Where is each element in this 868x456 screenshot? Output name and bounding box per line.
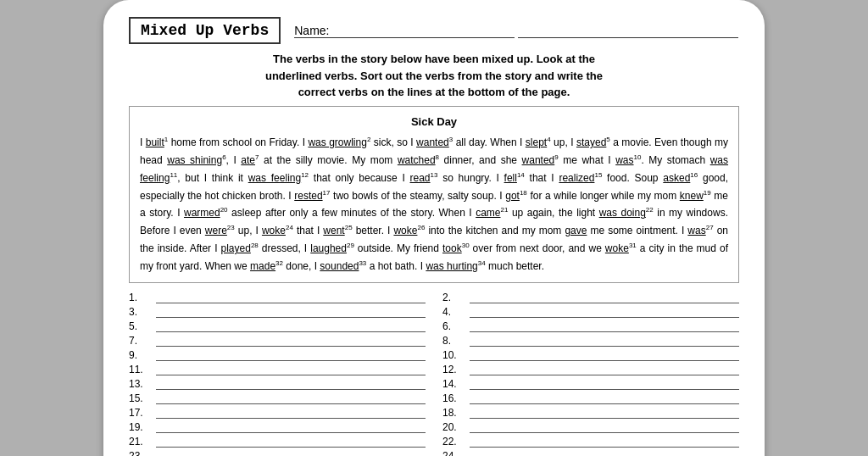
answer-row-right: 6.: [442, 320, 739, 332]
answer-line-left: [156, 335, 426, 347]
answer-line-right: [470, 392, 739, 404]
name-label: Name:: [294, 24, 515, 38]
answer-row-left: 23.: [129, 450, 426, 456]
story-text: I built1 home from school on Friday. I w…: [140, 134, 728, 275]
answer-num-left: 7.: [129, 335, 153, 347]
answer-num-right: 18.: [442, 407, 466, 419]
answer-line-left: [156, 392, 426, 404]
answer-line-left: [156, 436, 426, 448]
answer-row-left: 7.: [129, 335, 426, 347]
answer-num-left: 21.: [129, 436, 153, 448]
answer-row-left: 1.: [129, 292, 426, 303]
worksheet-title: Mixed Up Verbs: [129, 17, 281, 44]
answer-row-left: 21.: [129, 436, 426, 448]
answer-row-right: 16.: [442, 392, 739, 404]
answer-line-left: [156, 364, 426, 375]
answer-line-right: [470, 335, 739, 347]
answer-row-right: 12.: [442, 364, 739, 375]
answer-row-right: 2.: [442, 292, 739, 303]
answer-line-left: [156, 320, 426, 332]
answer-line-right: [470, 320, 739, 332]
answers-section: 1.2.3.4.5.6.7.8.9.10.11.12.13.14.15.16.1…: [129, 292, 739, 456]
answer-row-left: 19.: [129, 421, 426, 433]
answer-line-right: [470, 306, 739, 318]
answer-num-left: 9.: [129, 349, 153, 361]
answer-num-left: 1.: [129, 292, 153, 303]
story-title: Sick Day: [140, 114, 728, 131]
answer-num-right: 6.: [442, 320, 466, 332]
answer-num-left: 19.: [129, 421, 153, 433]
answer-num-left: 17.: [129, 407, 153, 419]
answer-num-right: 2.: [442, 292, 466, 303]
answer-line-left: [156, 450, 426, 456]
answer-num-right: 22.: [442, 436, 466, 448]
answer-line-right: [470, 436, 739, 448]
answer-num-right: 10.: [442, 349, 466, 361]
answer-num-left: 13.: [129, 378, 153, 390]
answer-line-right: [470, 364, 739, 375]
answer-row-right: 14.: [442, 378, 739, 390]
answer-row-right: 22.: [442, 436, 739, 448]
answer-line-left: [156, 407, 426, 419]
answer-row-left: 9.: [129, 349, 426, 361]
page-container: Mixed Up Verbs Name: The verbs in the st…: [103, 0, 765, 456]
answer-row-right: 8.: [442, 335, 739, 347]
answer-num-right: 8.: [442, 335, 466, 347]
answer-num-right: 14.: [442, 378, 466, 390]
story-section: Sick Day I built1 home from school on Fr…: [129, 106, 739, 283]
answer-row-left: 13.: [129, 378, 426, 390]
answer-row-left: 3.: [129, 306, 426, 318]
answer-row-right: 4.: [442, 306, 739, 318]
answer-row-right: 20.: [442, 421, 739, 433]
answer-num-right: 12.: [442, 364, 466, 375]
answer-line-right: [470, 407, 739, 419]
answer-row-left: 17.: [129, 407, 426, 419]
answer-line-right: [470, 421, 739, 433]
answer-num-right: 20.: [442, 421, 466, 433]
answer-line-right: [470, 378, 739, 390]
answer-row-right: 24.: [442, 450, 739, 456]
answer-num-left: 15.: [129, 392, 153, 404]
answer-line-right: [470, 292, 739, 303]
answer-num-left: 11.: [129, 364, 153, 375]
answer-row-left: 15.: [129, 392, 426, 404]
answer-num-left: 3.: [129, 306, 153, 318]
answer-line-left: [156, 292, 426, 303]
answer-row-right: 18.: [442, 407, 739, 419]
instructions-text: The verbs in the story below have been m…: [129, 51, 739, 101]
header-row: Mixed Up Verbs Name:: [129, 17, 739, 44]
name-underline: [518, 24, 738, 38]
answer-line-right: [470, 450, 739, 456]
answer-line-left: [156, 378, 426, 390]
name-field-label: Name:: [294, 24, 739, 38]
answer-row-right: 10.: [442, 349, 739, 361]
answer-line-left: [156, 421, 426, 433]
answer-row-left: 5.: [129, 320, 426, 332]
answer-num-right: 16.: [442, 392, 466, 404]
answer-line-left: [156, 349, 426, 361]
answer-num-left: 5.: [129, 320, 153, 332]
answer-num-right: 24.: [442, 450, 466, 456]
answer-line-left: [156, 306, 426, 318]
answer-num-left: 23.: [129, 450, 153, 456]
answer-row-left: 11.: [129, 364, 426, 375]
answer-line-right: [470, 349, 739, 361]
answer-num-right: 4.: [442, 306, 466, 318]
